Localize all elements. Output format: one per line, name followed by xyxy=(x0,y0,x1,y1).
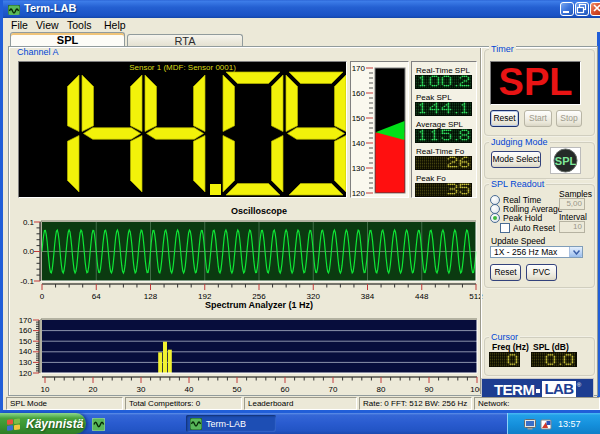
status-competitors: Total Competitors: 0 xyxy=(125,397,242,410)
level-meter-graphic: 170160150140130120 xyxy=(351,62,408,197)
svg-text:140: 140 xyxy=(19,347,33,356)
menu-tools[interactable]: Tools xyxy=(67,19,92,31)
timer-reset-button[interactable]: Reset xyxy=(490,110,519,127)
windows-flag-icon xyxy=(5,417,22,431)
tray-clock: 13:57 xyxy=(558,419,581,429)
status-leaderboard: Leaderboard xyxy=(244,397,357,410)
svg-text:40: 40 xyxy=(185,385,194,394)
update-speed-value: 1X - 256 Hz Max xyxy=(494,247,557,257)
system-tray: 13:57 xyxy=(507,413,600,434)
logo-term-text: TERM xyxy=(494,381,535,398)
readout-label: Peak Fo xyxy=(416,174,446,183)
app-window: Term-LAB File View Tools Help SPL RTA Ch… xyxy=(0,0,600,413)
svg-text:SPL: SPL xyxy=(555,155,577,167)
cursor-spl-display xyxy=(531,352,577,367)
logo-lab-text: LAB xyxy=(542,381,575,397)
tray-icon-display[interactable] xyxy=(524,418,536,430)
termlab-task-icon xyxy=(190,418,202,430)
cursor-spl-label: SPL (dB) xyxy=(533,342,569,352)
readout-led-display xyxy=(415,183,472,197)
svg-text:120: 120 xyxy=(19,369,33,378)
title-bar[interactable]: Term-LAB xyxy=(3,0,600,18)
svg-text:130: 130 xyxy=(19,358,33,367)
spl-logo: SPL xyxy=(550,147,581,174)
spl-main-display: Sensor 1 (MDF: Sensor 0001) xyxy=(18,61,347,198)
menu-bar: File View Tools Help xyxy=(6,18,600,32)
cursor-freq-label: Freq (Hz) xyxy=(492,342,529,352)
level-meter: 170160150140130120 xyxy=(350,61,409,198)
combo-dropdown-icon[interactable] xyxy=(569,247,582,257)
interval-input[interactable]: 10 xyxy=(559,221,585,233)
readout-label: Real-Time Fo xyxy=(416,147,464,156)
svg-text:160: 160 xyxy=(352,89,366,98)
cursor-group-label: Cursor xyxy=(489,332,520,342)
judging-mode-label: Judging Mode xyxy=(489,137,550,147)
svg-text:120: 120 xyxy=(352,189,366,198)
maximize-button[interactable] xyxy=(575,2,589,16)
svg-text:50: 50 xyxy=(233,385,242,394)
spl-readout-label: SPL Readout xyxy=(489,179,546,189)
app-icon xyxy=(8,3,20,15)
svg-text:150: 150 xyxy=(19,337,33,346)
readout-led-display xyxy=(415,102,472,116)
oscilloscope-plot: 0.10.0-0.1064128192256320384448512 xyxy=(13,215,489,301)
svg-text:170: 170 xyxy=(19,316,33,325)
auto-reset-label[interactable]: Auto Reset xyxy=(513,223,555,233)
radio-peak-hold[interactable] xyxy=(490,213,500,223)
timer-start-button[interactable]: Start xyxy=(524,110,552,127)
svg-text:150: 150 xyxy=(352,114,366,123)
svg-text:70: 70 xyxy=(329,385,338,394)
seven-segment-value xyxy=(19,71,346,197)
menu-help[interactable]: Help xyxy=(104,19,126,31)
svg-text:0.1: 0.1 xyxy=(23,218,35,227)
logo-dot xyxy=(536,389,540,393)
close-button[interactable] xyxy=(590,2,600,16)
menu-file[interactable]: File xyxy=(11,19,28,31)
update-speed-combo[interactable]: 1X - 256 Hz Max xyxy=(490,246,583,258)
samples-input[interactable]: 5,00 xyxy=(559,198,585,210)
logo-registered-mark: ® xyxy=(577,382,581,388)
mode-select-button[interactable]: Mode Select xyxy=(491,151,541,168)
svg-text:140: 140 xyxy=(352,139,366,148)
readout-led-display xyxy=(415,129,472,143)
radio-peak-hold-label[interactable]: Peak Hold xyxy=(503,213,542,223)
taskbar-button-termlab[interactable]: Term-LAB xyxy=(186,415,276,432)
timer-group-label: Timer xyxy=(489,44,516,54)
svg-text:30: 30 xyxy=(137,385,146,394)
tab-spl[interactable]: SPL xyxy=(10,32,125,47)
status-bar: SPL Mode Total Competitors: 0 Leaderboar… xyxy=(6,397,600,410)
timer-stop-button[interactable]: Stop xyxy=(556,110,582,127)
start-button-label: Käynnistä xyxy=(26,417,83,431)
taskbar-button-label: Term-LAB xyxy=(206,419,246,429)
status-rate: Rate: 0 FFT: 512 BW: 256 Hz xyxy=(359,397,472,410)
timer-display: SPL xyxy=(490,61,581,105)
status-spl-mode: SPL Mode xyxy=(6,397,123,410)
svg-text:90: 90 xyxy=(425,385,434,394)
svg-text:-0.1: -0.1 xyxy=(20,277,34,286)
readout-label: Real-Time SPL xyxy=(416,66,470,75)
taskbar: Käynnistä Term-LAB 13:57 xyxy=(0,413,600,434)
panel-divider xyxy=(480,48,482,394)
svg-text:170: 170 xyxy=(352,64,366,73)
cursor-freq-display xyxy=(489,352,520,367)
readout-label: Peak SPL xyxy=(416,93,452,102)
quicklaunch-termlab-icon[interactable] xyxy=(92,417,105,430)
readout-label: Average SPL xyxy=(416,120,463,129)
pvc-button[interactable]: PVC xyxy=(526,264,557,281)
svg-text:20: 20 xyxy=(89,385,98,394)
readout-panel: Real-Time SPLPeak SPLAverage SPLReal-Tim… xyxy=(411,61,477,198)
start-button[interactable]: Käynnistä xyxy=(0,413,86,434)
minimize-button[interactable] xyxy=(560,2,574,16)
status-network: Network: xyxy=(474,397,600,410)
readout-led-display xyxy=(415,156,472,170)
readout-led-display xyxy=(415,75,472,89)
svg-text:10: 10 xyxy=(41,385,50,394)
menu-view[interactable]: View xyxy=(36,19,59,31)
svg-text:130: 130 xyxy=(352,164,366,173)
tray-icon-volume[interactable] xyxy=(540,418,552,430)
auto-reset-checkbox[interactable] xyxy=(500,223,510,233)
readout-reset-button[interactable]: Reset xyxy=(490,264,521,281)
svg-text:0.0: 0.0 xyxy=(23,247,35,256)
spectrum-plot: 170160150140130120102030405060708090100 xyxy=(17,309,493,395)
svg-text:80: 80 xyxy=(377,385,386,394)
